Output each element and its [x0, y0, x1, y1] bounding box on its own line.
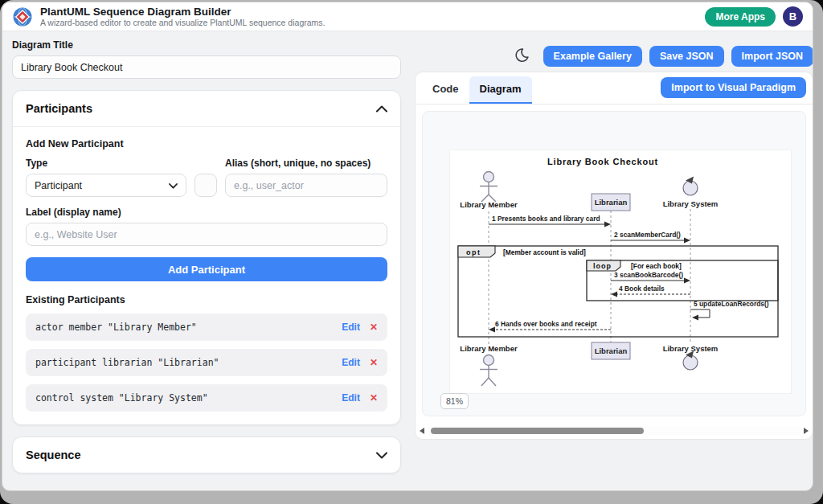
message-text: 2 scanMemberCard()	[614, 231, 681, 239]
import-json-button[interactable]: Import JSON	[731, 46, 813, 67]
actor-icon	[480, 355, 497, 387]
frame-type-text: loop	[593, 262, 612, 270]
example-gallery-button[interactable]: Example Gallery	[543, 46, 642, 67]
window-frame: PlantUML Sequence Diagram Builder A wiza…	[0, 0, 823, 504]
app-title: PlantUML Sequence Diagram Builder	[40, 6, 325, 18]
participant-row: actor member "Library Member" Edit ✕	[26, 313, 387, 341]
alias-label: Alias (short, unique, no spaces)	[225, 158, 387, 169]
frame-type-text: opt	[466, 248, 481, 256]
app-logo-icon	[12, 6, 33, 27]
zoom-level-badge: 81%	[440, 393, 469, 409]
sequence-panel: Sequence	[12, 436, 401, 473]
app-header: PlantUML Sequence Diagram Builder A wiza…	[2, 2, 813, 31]
participants-title: Participants	[26, 102, 92, 115]
preview-toolbar: Example Gallery Save JSON Import JSON	[415, 46, 813, 67]
edit-participant-button[interactable]: Edit	[342, 392, 360, 404]
participant-name-text: Librarian	[595, 346, 628, 355]
scroll-left-arrow[interactable]	[420, 428, 424, 434]
message-text: 4 Book details	[619, 285, 665, 293]
tabs-row: Code Diagram Import to Visual Paradigm	[416, 72, 813, 104]
preview-panel: Example Gallery Save JSON Import JSON Co…	[415, 39, 813, 440]
diagram-title-label: Diagram Title	[12, 39, 401, 51]
chevron-up-icon	[376, 101, 387, 116]
control-icon	[683, 177, 698, 196]
scrollbar-track[interactable]	[427, 426, 801, 435]
more-apps-button[interactable]: More Apps	[705, 7, 776, 27]
participant-name-text: Library System	[663, 344, 719, 353]
import-to-visual-paradigm-button[interactable]: Import to Visual Paradigm	[661, 77, 806, 98]
participant-name-text: Library Member	[460, 200, 518, 209]
horizontal-scrollbar	[420, 425, 809, 436]
message-text: 6 Hands over books and receipt	[495, 320, 597, 328]
edit-participant-button[interactable]: Edit	[342, 322, 360, 333]
sequence-panel-header[interactable]: Sequence	[13, 437, 400, 473]
tab-diagram[interactable]: Diagram	[469, 76, 532, 104]
frame-guard-text: [Member account is valid]	[503, 248, 586, 256]
scrollbar-thumb[interactable]	[431, 428, 645, 434]
actor-icon	[480, 172, 497, 203]
participant-code: actor member "Library Member"	[35, 322, 197, 333]
moon-icon	[514, 47, 530, 65]
diagram-card: Code Diagram Import to Visual Paradigm L…	[415, 72, 813, 440]
type-label: Type	[26, 158, 186, 169]
participant-name-text: Librarian	[595, 198, 628, 207]
participant-name-text: Library System	[663, 199, 719, 208]
diagram-title-input[interactable]	[12, 55, 401, 79]
alias-input[interactable]	[225, 174, 387, 197]
participants-panel: Participants Add New Participant Type Pa…	[12, 90, 401, 425]
diagram-title-text: Library Book Checkout	[547, 157, 658, 166]
user-avatar[interactable]: B	[783, 6, 803, 27]
existing-participants-heading: Existing Participants	[26, 294, 387, 305]
add-new-participant-heading: Add New Participant	[26, 138, 387, 150]
edit-participant-button[interactable]: Edit	[342, 357, 360, 368]
tab-code[interactable]: Code	[422, 76, 469, 104]
type-select-value: Participant	[35, 180, 82, 191]
scroll-right-arrow[interactable]	[804, 428, 809, 434]
participant-row: control system "Library System" Edit ✕	[26, 384, 387, 412]
type-select[interactable]: Participant	[26, 174, 186, 197]
message-text: 3 scanBookBarcode()	[614, 271, 683, 279]
sequence-diagram: Library Book Checkout	[450, 150, 791, 393]
theme-toggle-button[interactable]	[514, 47, 530, 65]
chevron-down-icon	[169, 180, 178, 191]
participant-name-text: Library Member	[460, 344, 518, 353]
control-icon	[683, 351, 698, 371]
app-window: PlantUML Sequence Diagram Builder A wiza…	[2, 2, 813, 491]
chevron-down-icon	[376, 448, 387, 462]
message-text: 5 updateLoanRecords()	[694, 300, 769, 308]
participant-row: participant librarian "Librarian" Edit ✕	[26, 349, 387, 376]
save-json-button[interactable]: Save JSON	[649, 46, 724, 67]
add-participant-button[interactable]: Add Participant	[26, 257, 387, 281]
diagram-preview-area: Library Book Checkout	[422, 111, 806, 416]
sequence-title: Sequence	[26, 449, 81, 461]
app-subtitle: A wizard-based editor to create and visu…	[40, 18, 325, 27]
message-text: 1 Presents books and library card	[492, 215, 600, 223]
editor-panel: Diagram Title Participants Add New Parti…	[12, 39, 401, 473]
participant-color-box[interactable]	[194, 174, 217, 197]
delete-participant-icon[interactable]: ✕	[370, 357, 378, 368]
delete-participant-icon[interactable]: ✕	[370, 392, 378, 404]
frame-guard-text: [For each book]	[631, 262, 682, 270]
participant-code: participant librarian "Librarian"	[35, 357, 219, 368]
delete-participant-icon[interactable]: ✕	[370, 322, 378, 333]
display-name-input[interactable]	[26, 223, 387, 246]
participants-panel-header[interactable]: Participants	[13, 91, 400, 126]
participant-code: control system "Library System"	[35, 392, 208, 404]
display-name-label: Label (display name)	[26, 207, 387, 218]
